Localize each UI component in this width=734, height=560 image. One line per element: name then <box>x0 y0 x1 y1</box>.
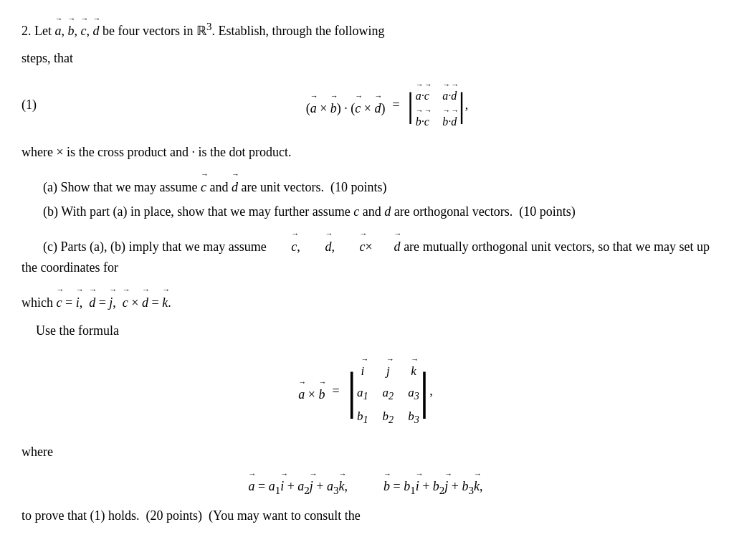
part-a: (a) Show that we may assume →c and →d ar… <box>43 170 710 198</box>
where-cross-product: where × is the cross product and · is th… <box>22 142 710 163</box>
page-content: 2. Let →a, →b, →c, →d be four vectors in… <box>22 14 710 526</box>
part-c: (c) Parts (a), (b) imply that we may ass… <box>22 229 710 278</box>
det3-r1c1: →i <box>357 355 368 381</box>
det3-r3c1: b1 <box>357 407 368 428</box>
conclusion: to prove that (1) holds. (20 points) (Yo… <box>22 506 710 526</box>
det-cell-22: →b·→d <box>442 106 457 130</box>
det3-r1c2: →j <box>383 355 394 381</box>
problem-number: 2. <box>22 24 34 38</box>
problem-header: 2. Let →a, →b, →c, →d be four vectors in… <box>22 14 710 41</box>
eq-lhs: (→a × →b) · (→c × →d) <box>306 92 386 118</box>
large-bracket-right: | <box>419 368 429 414</box>
det-cell-12: →a·→d <box>442 80 457 105</box>
eq-equals: = <box>392 95 399 115</box>
part-c-coords: which →c = →i, →d = →j, →c × →d = →k. <box>22 285 710 313</box>
eq-comma: , <box>465 95 469 115</box>
eq-center-1: (→a × →b) · (→c × →d) = | →a·→c →a·→d →b… <box>65 80 710 130</box>
det3-r2c3: a3 <box>408 384 419 404</box>
use-formula-text: Use the formula <box>36 321 710 341</box>
part-b: (b) With part (a) in place, show that we… <box>43 201 710 222</box>
vec-a-def: →a = a1→i + a2→j + a3→k, <box>249 470 348 498</box>
det-content: →a·→c →a·→d →b·→c →b·→d <box>415 80 457 130</box>
formula-axb: →a × →b = | →i →j →k a1 a2 a3 b1 b2 b3 |… <box>22 352 710 430</box>
problem-steps-text: steps, that <box>22 48 710 69</box>
det-comma: , <box>429 381 433 401</box>
vector-definitions: →a = a1→i + a2→j + a3→k, →b = b1→i + b2→… <box>22 470 710 498</box>
det-3x3: | →i →j →k a1 a2 a3 b1 b2 b3 | <box>347 352 430 430</box>
det-cell-11: →a·→c <box>415 80 429 105</box>
det-bracket-right: | <box>458 88 465 123</box>
axb-lhs: →a × →b <box>298 378 325 404</box>
det3-r3c2: b2 <box>383 407 394 428</box>
det3-r2c1: a1 <box>357 384 368 404</box>
eq-label-1: (1) <box>22 95 65 115</box>
equation-1-line: (1) (→a × →b) · (→c × →d) = | →a·→c →a·→… <box>22 80 710 130</box>
det3-r2c2: a2 <box>383 384 394 404</box>
where-label: where <box>22 442 710 462</box>
problem-intro: Let →a, →b, →c, →d be four vectors in ℝ3… <box>34 24 384 38</box>
det-cell-21: →b·→c <box>415 106 429 130</box>
vec-b-def: →b = b1→i + b2→j + b3→k, <box>383 470 483 498</box>
large-bracket-left: | <box>347 368 357 414</box>
large-det-content: →i →j →k a1 a2 a3 b1 b2 b3 <box>357 352 419 430</box>
determinant-2x2: | →a·→c →a·→d →b·→c →b·→d | <box>407 80 465 130</box>
axb-equals: = <box>332 381 339 401</box>
det3-r3c3: b3 <box>408 407 419 428</box>
det3-r1c3: →k <box>408 355 419 381</box>
det-bracket-left: | <box>407 88 414 123</box>
